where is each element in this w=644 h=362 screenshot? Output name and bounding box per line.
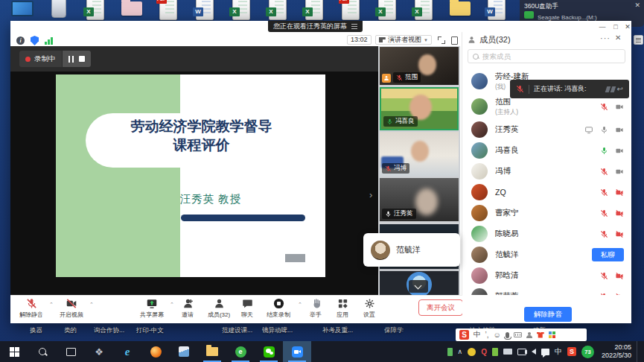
sogou-tray-icon[interactable]: S	[567, 347, 576, 356]
pinned-app-button[interactable]	[170, 341, 198, 362]
member-row[interactable]: 冯博	[462, 161, 631, 182]
desktop-file-label[interactable]: 范建设课...	[222, 326, 252, 335]
folder-icon[interactable]	[118, 0, 145, 22]
firefox-button[interactable]	[141, 341, 170, 362]
message-icon[interactable]	[541, 349, 549, 355]
excel-file-icon[interactable]: X	[228, 0, 255, 22]
camera-off-icon[interactable]	[615, 126, 624, 134]
folder-icon[interactable]	[447, 0, 474, 22]
desktop-file-label[interactable]: 换器	[30, 326, 42, 335]
internet-explorer-button[interactable]: e	[113, 341, 141, 362]
stop-recording-button[interactable]	[79, 56, 85, 62]
voice-input-icon[interactable]	[506, 332, 509, 338]
desktop-file-label[interactable]: 类的	[64, 326, 77, 335]
skin-icon[interactable]	[537, 332, 544, 338]
members-button[interactable]: 成员(32)	[201, 298, 237, 319]
mic-muted-icon[interactable]	[600, 188, 608, 197]
sogou-logo-icon[interactable]: S	[459, 330, 469, 340]
excel-file-icon[interactable]: X	[82, 0, 109, 22]
apps-button[interactable]: 应用	[328, 298, 357, 319]
stop-record-button[interactable]: 结束录制	[261, 298, 296, 319]
video-thumbnail[interactable]: 汪秀英	[380, 178, 459, 221]
battery-mini-icon[interactable]	[447, 348, 453, 356]
panel-close-button[interactable]: ✕	[615, 34, 621, 42]
excel-file-icon[interactable]: X	[301, 0, 328, 22]
minimize-button[interactable]: —	[597, 23, 608, 31]
info-icon[interactable]: i	[16, 36, 25, 45]
unmute-options-caret[interactable]: ⌃	[49, 302, 54, 308]
settings-button[interactable]: 设置	[354, 298, 384, 319]
close-button[interactable]: ✕	[622, 23, 633, 31]
maximize-button[interactable]: □	[610, 23, 621, 31]
account-icon[interactable]	[526, 332, 532, 338]
word-file-icon[interactable]: W	[191, 0, 218, 22]
camera-off-icon[interactable]	[615, 168, 624, 176]
member-row-hovered[interactable]: 范毓洋 私聊	[462, 244, 631, 265]
mic-muted-icon[interactable]	[600, 209, 608, 217]
camera-muted-icon[interactable]	[615, 209, 624, 217]
member-row[interactable]: 陈晓易	[462, 223, 631, 244]
battery-percent-badge[interactable]: 73	[581, 346, 594, 358]
mic-muted-icon[interactable]	[600, 272, 608, 280]
member-row[interactable]: ZQ	[462, 182, 631, 203]
ime-indicator[interactable]: 中	[555, 346, 562, 357]
chat-button[interactable]: 聊天	[232, 298, 262, 319]
tray-360-icon[interactable]	[468, 348, 476, 356]
ime-mode-label[interactable]: 中	[474, 330, 481, 340]
mic-muted-icon[interactable]	[600, 103, 608, 111]
word-file-icon[interactable]: W	[483, 0, 510, 22]
camera-muted-icon[interactable]	[615, 230, 624, 238]
hidden-icons-chevron[interactable]: ∧	[458, 348, 463, 355]
mic-muted-icon[interactable]	[600, 168, 608, 176]
view-mode-selector[interactable]: 演讲者视图 ▼	[375, 35, 432, 45]
video-thumbnail[interactable]: 冯博	[380, 132, 459, 176]
member-row[interactable]: 曹家宁	[462, 203, 631, 223]
leave-meeting-button[interactable]: 离开会议	[418, 299, 463, 316]
recycle-bin-icon[interactable]	[45, 0, 72, 22]
float-window-icon[interactable]	[451, 36, 458, 45]
invite-button[interactable]: 邀请	[173, 298, 203, 319]
banner-menu-icon[interactable]	[351, 24, 357, 29]
start-video-button[interactable]: 开启视频	[54, 298, 89, 319]
camera-muted-icon[interactable]	[615, 188, 624, 197]
qq-icon[interactable]: Q	[481, 348, 487, 356]
pdf-file-icon[interactable]: PDF	[337, 0, 364, 22]
search-input[interactable]	[482, 52, 609, 60]
projector-icon[interactable]	[503, 349, 512, 355]
pinned-app-360[interactable]: ❖	[85, 341, 113, 362]
collapse-strip-button[interactable]	[409, 280, 428, 293]
desktop-file-label[interactable]: 保障学	[384, 326, 404, 335]
camera-off-icon[interactable]	[615, 103, 624, 111]
close-icon[interactable]: ✕	[634, 1, 640, 9]
video-thumbnail[interactable]: 范围	[380, 47, 459, 85]
mic-icon[interactable]	[600, 126, 608, 134]
excel-file-icon[interactable]: X	[410, 0, 437, 22]
meeting-app-button[interactable]	[283, 341, 311, 362]
clap-icon[interactable]	[610, 86, 616, 92]
pause-recording-button[interactable]	[68, 56, 74, 63]
desktop-file-label[interactable]: 打印-中文	[136, 326, 164, 335]
usb-icon[interactable]	[492, 348, 498, 356]
unmute-all-button[interactable]: 解除静音	[524, 307, 572, 322]
show-desktop-button[interactable]	[637, 341, 640, 362]
wechat-button[interactable]	[255, 341, 283, 362]
punctuation-icon[interactable]: ’,	[485, 331, 489, 339]
desktop-file-label[interactable]: 询合作协...	[94, 326, 124, 335]
excel-file-icon[interactable]: X	[374, 0, 401, 22]
start-button[interactable]	[0, 341, 28, 362]
browser-360-button[interactable]: e	[226, 341, 255, 362]
desktop-file-label[interactable]: 镜异动啤...	[262, 326, 293, 335]
sidebar-handle[interactable]	[634, 35, 643, 45]
expand-strip-arrow[interactable]: ›	[369, 189, 372, 200]
toolbox-icon[interactable]	[549, 331, 555, 338]
panel-more-button[interactable]: ···	[600, 34, 610, 42]
member-search[interactable]	[468, 49, 625, 63]
keyboard-icon[interactable]	[514, 332, 522, 337]
volume-icon[interactable]	[532, 349, 536, 355]
taskbar-clock[interactable]: 20:05 2022/5/30	[599, 343, 631, 361]
unmute-button[interactable]: 解除静音	[13, 298, 49, 319]
taskbar-search-button[interactable]	[28, 341, 57, 362]
video-thumbnail-speaking[interactable]: 冯喜良	[380, 87, 459, 130]
desktop-file-label[interactable]: 补考及重...	[322, 326, 353, 335]
camera-muted-icon[interactable]	[615, 272, 624, 280]
